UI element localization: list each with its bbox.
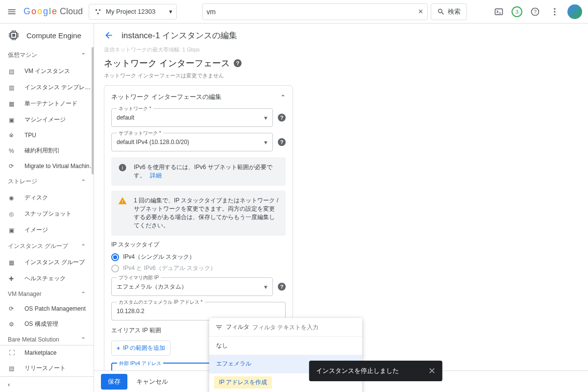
- collapse-panel-icon[interactable]: ⌃: [280, 94, 286, 101]
- nav-os-config[interactable]: ⚙OS 構成管理: [0, 316, 94, 332]
- user-avatar[interactable]: [567, 4, 582, 19]
- gear-icon: ⚙: [9, 321, 18, 328]
- nav-images[interactable]: ▣イメージ: [0, 222, 94, 238]
- dropdown-filter-row[interactable]: フィルタ: [209, 318, 362, 337]
- sidebar-product-header[interactable]: Compute Engine: [0, 24, 94, 47]
- ipv6-info-link[interactable]: 詳細: [150, 172, 162, 179]
- subnet-label: サブネットワーク *: [117, 130, 163, 137]
- health-icon: ✚: [9, 275, 18, 282]
- top-bar: Google Cloud My Project 12303 ▾ ✕ 検索 3 ?: [0, 0, 588, 24]
- svg-point-2: [97, 12, 99, 14]
- radio-ipv4-ipv6-dual: IPv4 と IPv6（デュアル スタック）: [111, 264, 286, 272]
- ip-stack-heading: IP スタックタイプ: [111, 241, 286, 249]
- back-button[interactable]: [104, 30, 114, 40]
- patch-icon: ⟳: [9, 305, 18, 312]
- help-icon[interactable]: ?: [528, 5, 542, 19]
- toast-text: インスタンスを停止しました: [316, 367, 399, 375]
- dropdown-option-create-ip[interactable]: IP アドレスを作成: [214, 376, 272, 389]
- custom-ip-value[interactable]: [117, 308, 280, 315]
- nav-tpu[interactable]: ※TPU: [0, 128, 94, 143]
- toast-notification: インスタンスを停止しました ✕: [309, 361, 442, 381]
- migrate-icon: ⟳: [9, 163, 18, 170]
- dropdown-arrow-icon: ▾: [264, 283, 268, 291]
- nav-commitments[interactable]: %確約利用割引: [0, 143, 94, 159]
- nav-release-notes[interactable]: ▤リリースノート: [0, 360, 94, 376]
- primary-internal-ip-select[interactable]: プライマリ内部 IP エフェメラル（カスタム） ▾: [111, 277, 273, 296]
- sidebar-collapse[interactable]: ‹: [0, 376, 94, 392]
- nav-sole-tenant[interactable]: ▦単一テナントノード: [0, 96, 94, 112]
- nav-instance-templates[interactable]: ▥インスタンス テンプレ…: [0, 79, 94, 96]
- nav-machine-images[interactable]: ▣マシンイメージ: [0, 112, 94, 128]
- help-icon[interactable]: ?: [234, 59, 242, 67]
- nav-group-instance-groups[interactable]: インスタンス グループ⌃: [0, 238, 94, 254]
- hamburger-menu-icon[interactable]: [6, 6, 18, 18]
- edit-warning-box: 1 回の編集で、IP スタックタイプまたはネットワーク / サブネットワークを変…: [111, 191, 286, 236]
- svg-point-1: [99, 9, 101, 11]
- network-select[interactable]: ネットワーク * default ▾: [111, 108, 273, 127]
- warning-icon: [118, 196, 127, 230]
- help-icon[interactable]: ?: [278, 138, 286, 146]
- add-ip-range-button[interactable]: + IP の範囲を追加: [111, 341, 171, 356]
- chevron-left-icon: ‹: [8, 381, 10, 388]
- groups-icon: ▦: [9, 259, 18, 266]
- search-button-label: 検索: [448, 7, 461, 16]
- page-title: instance-1 インスタンスの編集: [122, 30, 237, 41]
- network-label: ネットワーク *: [117, 105, 153, 112]
- nav-marketplace[interactable]: ⛶Marketplace: [0, 345, 94, 360]
- node-icon: ▦: [9, 100, 18, 107]
- nav-group-bare-metal[interactable]: Bare Metal Solution⌃: [0, 332, 94, 345]
- help-icon[interactable]: ?: [278, 114, 286, 122]
- nav-os-patch[interactable]: ⟳OS Patch Management: [0, 301, 94, 316]
- nav-group-vm-manager[interactable]: VM Manager⌃: [0, 287, 94, 301]
- notifications-badge[interactable]: 3: [512, 6, 522, 17]
- clear-search-icon[interactable]: ✕: [418, 8, 423, 15]
- nav-group-storage[interactable]: ストレージ⌃: [0, 173, 94, 190]
- google-cloud-logo[interactable]: Google Cloud: [24, 6, 83, 17]
- custom-ip-label: カスタムのエフェメラル IP アドレス *: [117, 299, 205, 306]
- search-input[interactable]: [207, 8, 418, 16]
- dropdown-arrow-icon: ▾: [264, 139, 268, 146]
- sidebar: Compute Engine 仮想マシン⌃ ▤VM インスタンス ▥インスタンス…: [0, 24, 94, 392]
- more-menu-icon[interactable]: [548, 5, 562, 19]
- chevron-up-icon: ⌃: [81, 336, 86, 343]
- cloud-shell-icon[interactable]: [492, 5, 506, 19]
- project-selector[interactable]: My Project 12303 ▾: [89, 4, 177, 20]
- save-button[interactable]: 保存: [101, 374, 127, 390]
- menu-icon: [7, 7, 17, 17]
- edit-warning-text: 1 回の編集で、IP スタックタイプまたはネットワーク / サブネットワークを変…: [134, 196, 279, 230]
- filter-input[interactable]: [252, 324, 356, 331]
- section-title: ネットワーク インターフェース: [104, 57, 230, 69]
- chevron-up-icon: ⌃: [81, 243, 86, 250]
- search-button[interactable]: 検索: [431, 3, 467, 20]
- svg-rect-10: [12, 34, 15, 37]
- primary-ip-value: エフェメラル（カスタム）: [117, 283, 264, 291]
- external-ip-label: 外部 IPv4 アドレス: [117, 360, 163, 367]
- network-value: default: [117, 114, 264, 121]
- search-box[interactable]: ✕: [202, 3, 428, 20]
- info-icon: i: [118, 163, 127, 180]
- nav-disks[interactable]: ◉ディスク: [0, 190, 94, 206]
- subnet-select[interactable]: サブネットワーク * default IPv4 (10.128.0.0/20) …: [111, 133, 273, 151]
- nav-vm-instances[interactable]: ▤VM インスタンス: [0, 63, 94, 79]
- nav-instance-groups[interactable]: ▦インスタンス グループ: [0, 254, 94, 270]
- dropdown-option-none[interactable]: なし: [209, 337, 362, 355]
- svg-point-7: [554, 11, 555, 12]
- disk-icon: ◉: [9, 195, 18, 201]
- page-header: instance-1 インスタンスの編集: [94, 24, 588, 47]
- ipv6-info-box: i IPv6 を使用するには、IPv6 サブネット範囲が必要です。 詳細: [111, 157, 286, 186]
- help-icon[interactable]: ?: [278, 283, 286, 291]
- template-icon: ▥: [9, 84, 18, 91]
- primary-ip-label: プライマリ内部 IP: [117, 274, 161, 281]
- svg-point-6: [554, 8, 555, 9]
- radio-ipv4-single[interactable]: IPv4（シングル スタック）: [111, 253, 286, 261]
- chevron-up-icon: ⌃: [81, 52, 86, 59]
- list-icon: ▤: [9, 68, 18, 75]
- nav-migrate[interactable]: ⟳Migrate to Virtual Machin…: [0, 159, 94, 173]
- svg-point-8: [554, 14, 555, 15]
- nav-snapshots[interactable]: ◎スナップショット: [0, 206, 94, 222]
- cancel-button[interactable]: キャンセル: [136, 377, 168, 386]
- svg-rect-3: [495, 9, 503, 15]
- nav-group-vm[interactable]: 仮想マシン⌃: [0, 47, 94, 63]
- toast-close-icon[interactable]: ✕: [428, 366, 436, 376]
- nav-health-checks[interactable]: ✚ヘルスチェック: [0, 270, 94, 287]
